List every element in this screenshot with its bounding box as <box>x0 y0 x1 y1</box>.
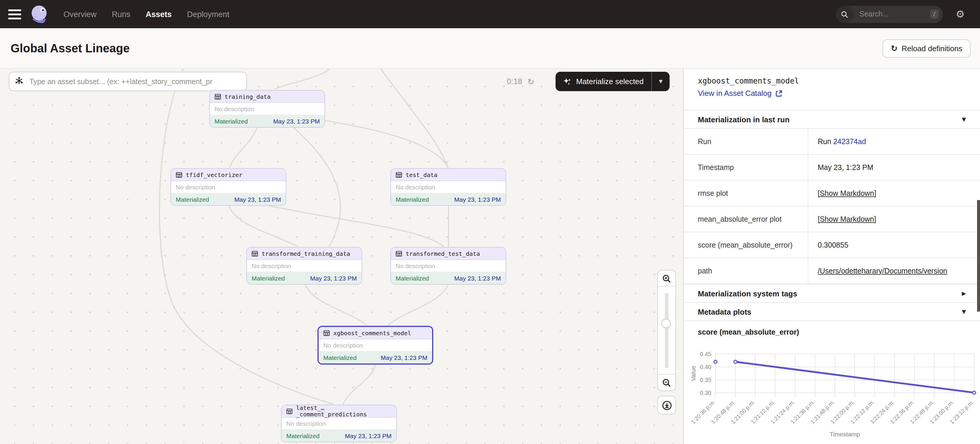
zoom-in-button[interactable] <box>658 271 676 287</box>
sparkle-icon <box>563 77 571 86</box>
main-split: 0:18 ↻ Materialize selected ▼ training_d… <box>0 69 980 444</box>
zoom-out-icon <box>662 378 671 387</box>
page-header: Global Asset Lineage ↻ Reload definition… <box>0 28 980 69</box>
asset-selection-icon <box>15 76 24 88</box>
svg-text:0.45: 0.45 <box>700 351 711 357</box>
asset-filter <box>9 72 247 91</box>
zoom-out-button[interactable] <box>658 374 676 390</box>
table-icon <box>251 250 258 257</box>
asset-timestamp: May 23, 1:23 PM <box>310 274 357 282</box>
asset-description: No description <box>171 181 286 193</box>
asset-timestamp: May 23, 1:23 PM <box>234 196 281 202</box>
asset-status: Materialized <box>396 196 429 202</box>
table-icon <box>396 250 402 257</box>
asset-description: No description <box>319 339 432 351</box>
show-markdown-link[interactable]: [Show Markdown] <box>818 189 876 197</box>
asset-name: xgboost_comments_model <box>333 329 411 336</box>
zoom-in-icon <box>662 274 671 283</box>
asset-status: Materialized <box>176 196 209 202</box>
table-icon <box>215 93 221 100</box>
path-link[interactable]: /Users/odetteharary/Documents/version <box>818 267 947 275</box>
asset-details-panel: xgboost_comments_model View in Asset Cat… <box>683 69 980 444</box>
hamburger-menu-icon[interactable] <box>8 9 21 19</box>
table-row-run: Run Run 242374ad <box>684 129 980 155</box>
dagster-logo[interactable] <box>29 4 49 24</box>
reload-icon: ↻ <box>891 43 898 53</box>
asset-timestamp: May 23, 1:23 PM <box>381 354 427 361</box>
score-chart: 1:20:36 p.m.1:20:48 p.m.1:21:00 p.m.1:21… <box>690 339 978 440</box>
search-shortcut-badge: / <box>930 10 939 19</box>
asset-timestamp: May 23, 1:23 PM <box>454 196 501 202</box>
asset-name: test_data <box>406 172 438 178</box>
page-title: Global Asset Lineage <box>11 41 130 55</box>
global-search[interactable]: / <box>836 6 943 23</box>
asset-timestamp: May 23, 1:23 PM <box>345 432 391 439</box>
asset-timestamp: May 23, 1:23 PM <box>454 274 501 282</box>
asset-node-tfidf-vectorizer[interactable]: tfidf_vectorizer No description Material… <box>170 168 286 206</box>
nav-links: Overview Runs Assets Deployment <box>64 10 229 19</box>
search-input[interactable] <box>858 10 914 19</box>
table-row-score: score (mean_absolute_error) 0.300855 <box>684 232 980 258</box>
svg-text:0.30: 0.30 <box>700 390 711 396</box>
zoom-slider-handle[interactable] <box>661 319 671 328</box>
svg-text:Timestamp: Timestamp <box>829 431 860 438</box>
section-materialization-last-run[interactable]: Materialization in last run ▼ <box>684 110 980 129</box>
asset-status: Materialized <box>286 432 320 439</box>
asset-name: training_data <box>224 93 271 100</box>
table-row-path: path /Users/odetteharary/Documents/versi… <box>684 258 980 284</box>
asset-graph-canvas[interactable]: 0:18 ↻ Materialize selected ▼ training_d… <box>0 69 683 444</box>
zoom-slider-rail <box>665 293 668 368</box>
run-id-link[interactable]: 242374ad <box>833 137 866 146</box>
refresh-timer: 0:18 ↻ <box>507 72 535 91</box>
chevron-down-icon: ▼ <box>962 309 966 315</box>
asset-description: No description <box>247 260 361 272</box>
asset-status: Materialized <box>215 117 248 124</box>
asset-node-training-data[interactable]: training_data No description Materialize… <box>209 90 325 127</box>
table-icon <box>323 329 330 336</box>
zoom-slider[interactable] <box>658 287 676 374</box>
nav-item-overview[interactable]: Overview <box>64 10 97 19</box>
svg-text:0.35: 0.35 <box>700 377 711 383</box>
reload-definitions-button[interactable]: ↻ Reload definitions <box>883 39 970 57</box>
asset-status: Materialized <box>323 354 356 361</box>
asset-subset-input[interactable] <box>9 72 247 91</box>
show-markdown-link[interactable]: [Show Markdown] <box>818 215 876 223</box>
graph-zoom-controls <box>657 270 676 415</box>
download-icon <box>662 400 671 410</box>
refresh-icon[interactable]: ↻ <box>528 77 535 86</box>
asset-name: transformed_training_data <box>262 250 350 257</box>
table-icon <box>286 408 293 414</box>
view-in-asset-catalog-link[interactable]: View in Asset Catalog <box>698 89 966 98</box>
asset-node-xgboost-comments-model[interactable]: xgboost_comments_model No description Ma… <box>317 326 433 364</box>
asset-status: Materialized <box>251 274 285 282</box>
download-image-button[interactable] <box>657 396 676 415</box>
table-row-timestamp: Timestamp May 23, 1:23 PM <box>684 155 980 181</box>
nav-item-runs[interactable]: Runs <box>112 10 130 19</box>
section-metadata-plots[interactable]: Metadata plots ▼ <box>684 302 980 321</box>
panel-asset-title: xgboost_comments_model <box>698 76 966 85</box>
table-row-rmse-plot: rmse plot [Show Markdown] <box>684 181 980 207</box>
table-icon <box>176 172 182 178</box>
settings-gear-icon[interactable]: ⚙ <box>956 9 965 19</box>
asset-node-latest-comment-predictions[interactable]: latest_…_comment_predictions No descript… <box>281 404 397 442</box>
top-nav: Overview Runs Assets Deployment / ⚙ <box>0 0 980 28</box>
materialize-selected-button[interactable]: Materialize selected ▼ <box>555 72 670 91</box>
chevron-down-icon: ▼ <box>962 116 966 123</box>
table-row-mae-plot: mean_absolute_error plot [Show Markdown] <box>684 207 980 232</box>
asset-node-transformed-test-data[interactable]: transformed_test_data No description Mat… <box>390 247 506 285</box>
asset-name: transformed_test_data <box>406 250 480 257</box>
panel-scrollbar-thumb[interactable] <box>977 200 980 312</box>
asset-description: No description <box>210 103 325 115</box>
asset-name: latest_…_comment_predictions <box>296 404 391 417</box>
section-materialization-system-tags[interactable]: Materialization system tags ▶ <box>684 284 980 303</box>
asset-timestamp: May 23, 1:23 PM <box>273 117 320 124</box>
asset-status: Materialized <box>396 274 429 282</box>
asset-node-test-data[interactable]: test_data No description MaterializedMay… <box>390 168 506 206</box>
search-icon <box>836 6 854 23</box>
nav-item-deployment[interactable]: Deployment <box>187 10 229 19</box>
asset-node-transformed-training-data[interactable]: transformed_training_data No description… <box>246 247 362 285</box>
materialize-dropdown-caret[interactable]: ▼ <box>652 72 670 91</box>
chevron-right-icon: ▶ <box>962 291 966 296</box>
nav-item-assets[interactable]: Assets <box>146 10 172 19</box>
asset-name: tfidf_vectorizer <box>186 172 242 178</box>
